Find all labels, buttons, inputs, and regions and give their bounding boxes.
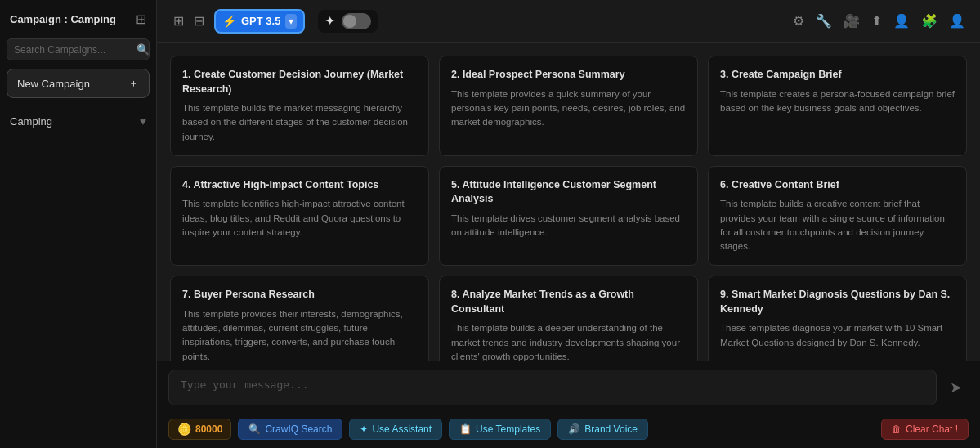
sidebar-item-camping[interactable]: Camping ♥ (7, 110, 150, 132)
ai-sparkle-icon: ✦ (324, 13, 335, 29)
campaign-name: Camping (10, 115, 52, 128)
template-card-8[interactable]: 8. Analyze Market Trends as a Growth Con… (439, 276, 698, 361)
template-desc: This template Identifies high-impact att… (182, 197, 417, 240)
template-card-9[interactable]: 9. Smart Market Diagnosis Questions by D… (708, 276, 967, 361)
template-desc: This template builds a deeper understand… (451, 321, 686, 361)
ai-toggle[interactable] (342, 13, 371, 29)
template-title: 6. Creative Content Brief (720, 178, 955, 193)
model-selector[interactable]: ⚡ GPT 3.5 ▾ (214, 9, 305, 34)
template-title: 9. Smart Market Diagnosis Questions by D… (720, 288, 955, 316)
template-card-7[interactable]: 7. Buyer Persona Research This template … (170, 276, 429, 361)
grid-icon: ⊞ (136, 11, 146, 27)
crawliq-icon: 🔍 (248, 423, 261, 435)
chat-area: ➤ 🪙 80000 🔍 CrawIQ Search ✦ Use Assistan… (157, 361, 980, 448)
template-title: 7. Buyer Persona Research (182, 288, 417, 302)
chat-input[interactable] (168, 370, 937, 405)
sidebar-header: Campaign : Camping ⊞ (7, 7, 150, 32)
model-name: GPT 3.5 (241, 15, 280, 27)
account-icon[interactable]: 👤 (947, 11, 967, 30)
template-title: 3. Create Campaign Brief (720, 68, 955, 83)
coins-value: 80000 (195, 423, 222, 435)
chat-toolbar: 🪙 80000 🔍 CrawIQ Search ✦ Use Assistant … (157, 414, 980, 448)
plus-icon: ＋ (128, 76, 139, 91)
camera-icon[interactable]: 🎥 (842, 11, 861, 30)
sidebar-title: Campaign : Camping (10, 13, 116, 25)
coin-icon: 🪙 (177, 423, 191, 436)
clear-chat-button[interactable]: 🗑 Clear Chat ! (881, 419, 969, 440)
coins-badge: 🪙 80000 (168, 419, 231, 440)
grid-view-button[interactable]: ⊞ (170, 10, 187, 32)
template-title: 4. Attractive High-Impact Content Topics (182, 178, 417, 193)
brand-label: Brand Voice (584, 423, 638, 435)
crawliq-label: CrawIQ Search (265, 423, 332, 435)
template-title: 5. Attitude Intelligence Customer Segmen… (451, 178, 686, 207)
template-card-2[interactable]: 2. Ideal Prospect Persona Summary This t… (439, 56, 698, 156)
assistant-icon: ✦ (360, 423, 368, 435)
crawliq-button[interactable]: 🔍 CrawIQ Search (238, 419, 342, 440)
new-campaign-button[interactable]: New Campaign ＋ (7, 69, 150, 98)
template-title: 2. Ideal Prospect Persona Summary (451, 68, 686, 83)
template-desc: This template drives customer segment an… (451, 212, 686, 240)
use-assistant-button[interactable]: ✦ Use Assistant (349, 419, 442, 440)
topbar: ⊞ ⊟ ⚡ GPT 3.5 ▾ ✦ ⚙ 🔧 🎥 ⬆ 👤 🧩 👤 (157, 0, 980, 43)
settings-icon[interactable]: ⚙ (791, 11, 806, 30)
lightning-icon: ⚡ (222, 15, 236, 28)
clear-icon: 🗑 (892, 423, 902, 435)
templates-label: Use Templates (476, 423, 540, 435)
puzzle-icon[interactable]: 🧩 (920, 11, 939, 30)
main-area: ⊞ ⊟ ⚡ GPT 3.5 ▾ ✦ ⚙ 🔧 🎥 ⬆ 👤 🧩 👤 (157, 0, 980, 448)
template-desc: This template provides a quick summary o… (451, 87, 686, 130)
list-view-button[interactable]: ⊟ (190, 10, 208, 32)
template-card-1[interactable]: 1. Create Customer Decision Journey (Mar… (170, 56, 429, 156)
search-input[interactable] (14, 44, 136, 56)
toggle-knob (343, 15, 356, 28)
brand-voice-button[interactable]: 🔊 Brand Voice (557, 419, 648, 440)
use-templates-button[interactable]: 📋 Use Templates (449, 419, 551, 440)
sidebar: Campaign : Camping ⊞ 🔍 New Campaign ＋ Ca… (0, 0, 157, 448)
brand-icon: 🔊 (568, 423, 580, 435)
new-campaign-label: New Campaign (17, 78, 90, 90)
clear-label: Clear Chat ! (906, 423, 958, 435)
send-button[interactable]: ➤ (943, 375, 969, 400)
templates-icon: 📋 (459, 423, 472, 435)
model-dropdown-button[interactable]: ▾ (285, 14, 297, 29)
topbar-right: ⚙ 🔧 🎥 ⬆ 👤 🧩 👤 (791, 11, 967, 30)
template-card-5[interactable]: 5. Attitude Intelligence Customer Segmen… (439, 166, 698, 267)
template-desc: This template builds the market messagin… (182, 101, 417, 144)
template-title: 1. Create Customer Decision Journey (Mar… (182, 68, 417, 96)
template-card-3[interactable]: 3. Create Campaign Brief This template c… (708, 56, 967, 156)
upload-icon[interactable]: ⬆ (870, 11, 884, 30)
assistant-label: Use Assistant (372, 423, 432, 435)
search-box[interactable]: 🔍 (7, 38, 150, 60)
template-grid-area: 1. Create Customer Decision Journey (Mar… (157, 43, 980, 361)
heart-icon: ♥ (140, 114, 146, 128)
template-grid: 1. Create Customer Decision Journey (Mar… (170, 56, 967, 361)
template-desc: This template creates a persona-focused … (720, 87, 955, 116)
view-icons: ⊞ ⊟ (170, 10, 208, 32)
template-card-6[interactable]: 6. Creative Content Brief This template … (708, 166, 967, 267)
users-icon[interactable]: 👤 (892, 11, 911, 30)
search-icon: 🔍 (136, 43, 150, 56)
chat-input-row: ➤ (157, 361, 980, 414)
template-desc: These templates diagnose your market wit… (720, 321, 955, 350)
gear-icon[interactable]: 🔧 (814, 11, 834, 30)
template-desc: This template builds a creative content … (720, 197, 955, 253)
template-card-4[interactable]: 4. Attractive High-Impact Content Topics… (170, 166, 429, 267)
template-title: 8. Analyze Market Trends as a Growth Con… (451, 288, 686, 316)
template-desc: This template provides their interests, … (182, 307, 417, 361)
topbar-left: ⊞ ⊟ ⚡ GPT 3.5 ▾ ✦ (170, 9, 378, 34)
ai-toggle-area: ✦ (318, 10, 378, 33)
